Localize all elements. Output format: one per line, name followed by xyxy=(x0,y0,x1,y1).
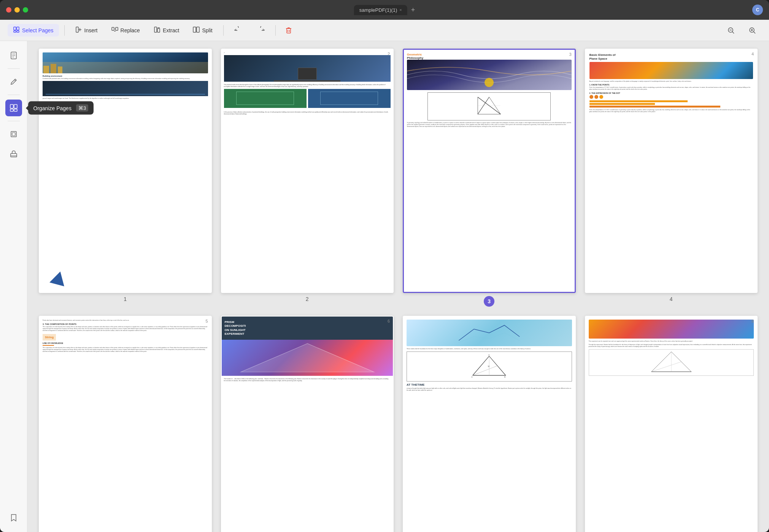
extract-button[interactable]: Extract xyxy=(148,24,185,36)
minimize-button[interactable] xyxy=(14,7,20,13)
page2-img1 xyxy=(224,55,391,82)
toolbar-divider-1 xyxy=(64,25,65,36)
page-thumb-1[interactable]: 1 Building environ xyxy=(39,49,212,293)
pages-grid: 1 Building environ xyxy=(39,49,758,532)
tab-close-icon[interactable]: × xyxy=(399,8,402,12)
svg-text:A: A xyxy=(488,354,490,356)
sidebar-divider-2 xyxy=(8,95,20,95)
svg-rect-10 xyxy=(157,28,160,32)
svg-rect-1 xyxy=(17,27,19,30)
page-thumb-7[interactable]: 7 These studies laid the foundation for … xyxy=(403,316,576,532)
svg-rect-32 xyxy=(14,109,17,111)
split-label: Split xyxy=(202,27,212,33)
app-window: samplePDF(1)(1) × + C Select Pages xyxy=(0,0,769,532)
extract-icon xyxy=(154,26,160,34)
svg-line-55 xyxy=(651,362,681,372)
svg-text:B: B xyxy=(504,375,506,378)
page4-content: Basic Elements ofPlane Space Any art con… xyxy=(586,49,757,117)
new-tab-button[interactable]: + xyxy=(411,6,415,14)
svg-rect-3 xyxy=(17,31,19,32)
sidebar: Organize Pages ⌘3 xyxy=(0,41,27,532)
svg-rect-35 xyxy=(11,154,17,157)
titlebar: samplePDF(1)(1) × + C xyxy=(0,0,769,20)
delete-button[interactable] xyxy=(281,24,296,36)
sidebar-item-layers[interactable] xyxy=(5,126,22,142)
rotate-right-button[interactable] xyxy=(251,24,270,37)
page-item-3: 3 Geometric Philosophy xyxy=(403,49,576,307)
page-num-3-badge: 3 xyxy=(484,296,494,307)
tooltip-shortcut: ⌘3 xyxy=(76,104,88,112)
toolbar-divider-3 xyxy=(275,25,276,36)
maximize-button[interactable] xyxy=(23,7,28,13)
tab-bar: samplePDF(1)(1) × + xyxy=(354,5,415,15)
svg-line-47 xyxy=(473,366,497,375)
insert-label: Insert xyxy=(84,27,98,33)
insert-button[interactable]: Insert xyxy=(70,24,103,36)
svg-line-21 xyxy=(753,32,755,33)
svg-rect-2 xyxy=(14,31,16,32)
zoom-out-button[interactable] xyxy=(722,24,740,36)
zoom-in-button[interactable] xyxy=(743,24,761,36)
page-item-8: 8 This experiment can be repeated over a… xyxy=(585,316,758,532)
page-num-4: 4 xyxy=(670,296,673,302)
svg-rect-11 xyxy=(193,27,196,32)
toolbar-right xyxy=(722,24,761,36)
page-corner-num-3: 3 xyxy=(569,52,571,57)
svg-rect-34 xyxy=(12,133,15,136)
traffic-lights xyxy=(6,7,28,13)
page-thumb-4[interactable]: 4 Basic Elements ofPlane Space Any art c… xyxy=(585,49,758,293)
page-thumb-8[interactable]: 8 This experiment can be repeated over a… xyxy=(585,316,758,532)
rotate-left-button[interactable] xyxy=(229,24,248,37)
page-corner-num-5: 5 xyxy=(205,319,208,323)
page-thumb-3[interactable]: 3 Geometric Philosophy xyxy=(403,49,576,293)
sidebar-item-organize[interactable]: Organize Pages ⌘3 xyxy=(5,100,22,116)
tab-title: samplePDF(1)(1) xyxy=(359,7,397,13)
page-item-1: 1 Building environ xyxy=(39,49,212,307)
page-item-5: 5 Points also have dominant and recessiv… xyxy=(39,316,212,532)
replace-button[interactable]: Replace xyxy=(106,24,145,36)
page1-content: Building environment Combined with pract… xyxy=(40,49,211,102)
svg-rect-30 xyxy=(14,104,17,108)
sidebar-item-pen[interactable] xyxy=(5,73,22,90)
insert-icon xyxy=(75,26,82,34)
delete-icon xyxy=(285,27,292,34)
toolbar: Select Pages Insert xyxy=(0,20,769,41)
sidebar-divider-1 xyxy=(8,68,20,69)
svg-rect-31 xyxy=(10,109,13,111)
select-pages-button[interactable]: Select Pages xyxy=(8,24,59,36)
page-thumb-6[interactable]: 6 PRISMDECOMPOSITION SUNLIGHTEXPERIMENT xyxy=(221,316,394,532)
main-layout: Organize Pages ⌘3 xyxy=(0,41,769,532)
replace-icon xyxy=(111,26,118,34)
page-item-6: 6 PRISMDECOMPOSITION SUNLIGHTEXPERIMENT xyxy=(221,316,394,532)
organize-tooltip: Organize Pages ⌘3 xyxy=(28,101,94,115)
page-thumb-2[interactable]: 2 2 The practical results show that thro… xyxy=(221,49,394,293)
svg-rect-33 xyxy=(11,131,16,137)
sidebar-item-stamp[interactable] xyxy=(5,146,22,162)
page-thumb-5[interactable]: 5 Points also have dominant and recessiv… xyxy=(39,316,212,532)
svg-rect-12 xyxy=(197,27,199,32)
sidebar-divider-3 xyxy=(8,121,20,121)
extract-label: Extract xyxy=(163,27,180,33)
toolbar-divider-2 xyxy=(223,25,224,36)
svg-line-28 xyxy=(14,80,16,81)
rotate-left-icon xyxy=(234,26,243,35)
sidebar-item-document[interactable] xyxy=(5,47,22,64)
svg-rect-14 xyxy=(287,28,291,33)
split-button[interactable]: Split xyxy=(187,24,218,36)
svg-line-18 xyxy=(732,32,734,33)
svg-rect-4 xyxy=(76,27,78,32)
page1-bottom-img xyxy=(43,81,208,96)
svg-rect-29 xyxy=(10,104,13,108)
svg-text:A: A xyxy=(471,375,473,378)
svg-rect-7 xyxy=(112,27,114,30)
avatar: C xyxy=(752,5,763,15)
page1-top-img xyxy=(43,52,208,73)
tooltip-label: Organize Pages xyxy=(33,105,71,111)
svg-text:M: M xyxy=(488,365,489,367)
pages-content: 1 Building environ xyxy=(27,41,769,532)
sidebar-item-bookmark[interactable] xyxy=(5,509,22,526)
active-tab[interactable]: samplePDF(1)(1) × xyxy=(354,5,407,15)
svg-rect-8 xyxy=(116,27,118,30)
close-button[interactable] xyxy=(6,7,11,13)
page-corner-num-4: 4 xyxy=(752,52,754,56)
